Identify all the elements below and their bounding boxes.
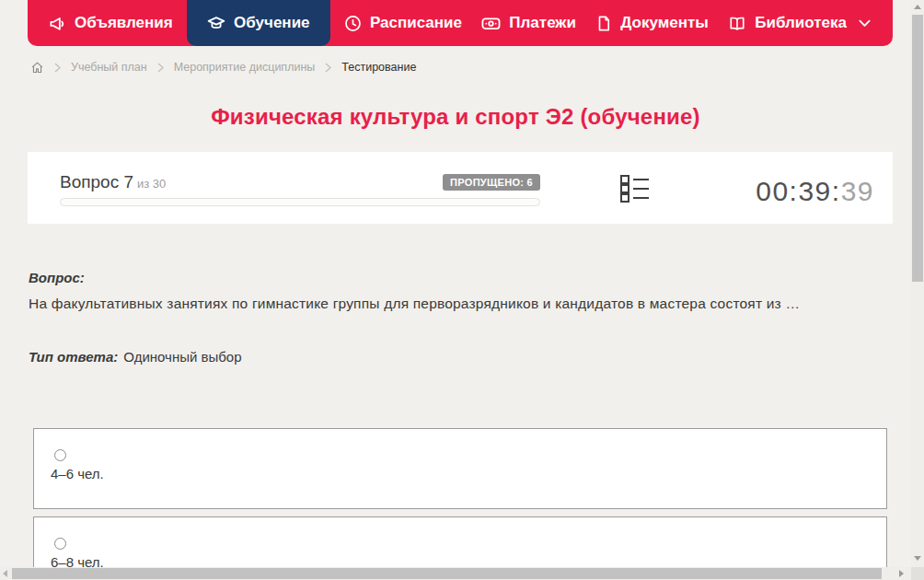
main-nav: Объявления Обучение Расписание Платежи Д… (28, 0, 893, 46)
scroll-left-icon[interactable] (3, 570, 7, 577)
question-heading: Вопрос: (29, 270, 884, 285)
nav-item-payments[interactable]: Платежи (476, 0, 582, 46)
breadcrumb-chevron-icon (54, 63, 61, 73)
answer-type-label: Тип ответа: (29, 349, 118, 365)
question-counter: Вопрос 7из 30 (60, 172, 166, 192)
question-text: На факультативных занятиях по гимнастике… (29, 296, 884, 312)
timer-hhmm: 00:39: (756, 176, 840, 206)
question-list-icon[interactable] (618, 171, 652, 206)
skipped-badge: ПРОПУЩЕНО: 6 (443, 174, 540, 191)
answer-type-line: Тип ответа:Одиночный выбор (29, 349, 884, 365)
answer-option-label: 4–6 чел. (51, 466, 886, 481)
scroll-up-icon[interactable] (914, 5, 921, 9)
breadcrumb: Учебный план Мероприятие дисциплины Тест… (30, 58, 416, 76)
nav-item-label: Расписание (370, 14, 462, 32)
question-progress-group: Вопрос 7из 30 ПРОПУЩЕНО: 6 (60, 172, 540, 206)
vertical-scrollbar-thumb[interactable] (912, 15, 923, 282)
nav-item-schedule[interactable]: Расписание (339, 0, 468, 46)
question-header-card: Вопрос 7из 30 ПРОПУЩЕНО: 6 00:39:39 (28, 152, 893, 224)
nav-item-label: Объявления (75, 14, 173, 32)
radio-button[interactable] (54, 449, 66, 461)
chevron-down-icon (859, 19, 871, 28)
nav-item-documents[interactable]: Документы (590, 0, 714, 46)
nav-item-learning[interactable]: Обучение (187, 0, 329, 46)
horizontal-scrollbar[interactable] (0, 567, 911, 580)
answer-option-1[interactable]: 4–6 чел. (33, 428, 887, 509)
nav-item-announcements[interactable]: Объявления (43, 0, 179, 46)
scroll-down-icon[interactable] (914, 556, 921, 561)
breadcrumb-chevron-icon (157, 63, 164, 73)
answer-type-value: Одиночный выбор (123, 349, 241, 365)
nav-item-label: Библиотека (755, 14, 847, 32)
horizontal-scrollbar-thumb[interactable] (12, 568, 882, 579)
banknote-icon (481, 15, 501, 32)
graduation-cap-icon (207, 14, 225, 32)
document-icon (595, 15, 612, 32)
question-total: из 30 (137, 177, 166, 191)
scroll-right-icon[interactable] (899, 570, 904, 577)
page: Объявления Обучение Расписание Платежи Д… (0, 0, 924, 580)
radio-button[interactable] (54, 538, 66, 550)
nav-item-label: Документы (620, 14, 709, 32)
nav-item-label: Обучение (234, 14, 309, 32)
timer: 00:39:39 (756, 176, 874, 207)
vertical-scrollbar[interactable] (911, 0, 924, 580)
timer-seconds: 39 (841, 176, 874, 206)
nav-item-label: Платежи (509, 14, 576, 32)
breadcrumb-item-discipline-event[interactable]: Мероприятие дисциплины (174, 61, 316, 74)
breadcrumb-item-curriculum[interactable]: Учебный план (71, 61, 147, 74)
page-title: Физическая культура и спорт Э2 (обучение… (0, 104, 911, 130)
scrollbar-corner (911, 567, 924, 580)
progress-bar (60, 198, 540, 206)
nav-item-library[interactable]: Библиотека (722, 0, 876, 46)
breadcrumb-item-testing: Тестирование (341, 61, 416, 74)
question-number: Вопрос 7 (60, 172, 133, 191)
megaphone-icon (49, 15, 66, 32)
breadcrumb-chevron-icon (325, 63, 331, 73)
clock-icon (344, 15, 362, 32)
open-book-icon (728, 15, 746, 32)
question-block: Вопрос: На факультативных занятиях по ги… (29, 270, 884, 365)
home-icon[interactable] (30, 61, 44, 75)
